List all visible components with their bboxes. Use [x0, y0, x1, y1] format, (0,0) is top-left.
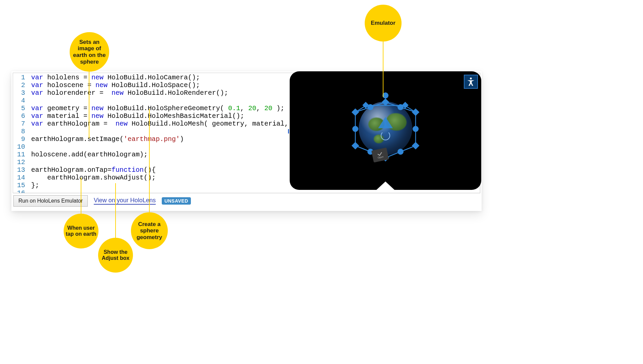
callout-emulator: Emulator	[365, 5, 402, 42]
callout-lead	[81, 177, 81, 214]
svg-rect-12	[412, 108, 420, 116]
svg-rect-11	[352, 108, 359, 116]
svg-point-0	[470, 78, 472, 80]
svg-point-24	[398, 149, 404, 155]
callout-create-sphere: Create a sphere geometry	[131, 212, 168, 249]
earth-hologram[interactable]: Open	[349, 92, 422, 164]
cursor-indicator	[288, 129, 289, 134]
run-emulator-button[interactable]: Run on HoloLens Emulator	[13, 195, 88, 207]
callout-lead	[383, 42, 383, 97]
svg-rect-14	[412, 142, 420, 150]
callout-show-adjust: Show the Adjust box	[98, 238, 133, 273]
callout-lead	[149, 109, 150, 212]
emulator-viewport: Open	[290, 71, 481, 190]
accessibility-icon[interactable]	[464, 75, 478, 89]
svg-point-22	[413, 126, 419, 132]
callout-set-image: Sets an image of earth on the sphere	[70, 32, 109, 72]
svg-rect-13	[352, 142, 359, 150]
callout-lead	[89, 72, 89, 138]
view-hololens-link[interactable]: View on your HoloLens	[94, 197, 156, 205]
callout-lead	[115, 183, 116, 238]
unsaved-badge: UNSAVED	[162, 197, 191, 205]
svg-point-20	[398, 104, 404, 110]
move-arrow-icon	[378, 117, 393, 128]
refresh-icon	[381, 131, 390, 140]
svg-rect-16	[382, 98, 389, 106]
action-bar: Run on HoloLens Emulator View on your Ho…	[11, 193, 482, 207]
viewport-notch	[376, 181, 395, 190]
svg-point-19	[367, 104, 373, 110]
callout-when-tap: When user tap on earth	[64, 214, 98, 248]
svg-point-21	[352, 126, 358, 132]
